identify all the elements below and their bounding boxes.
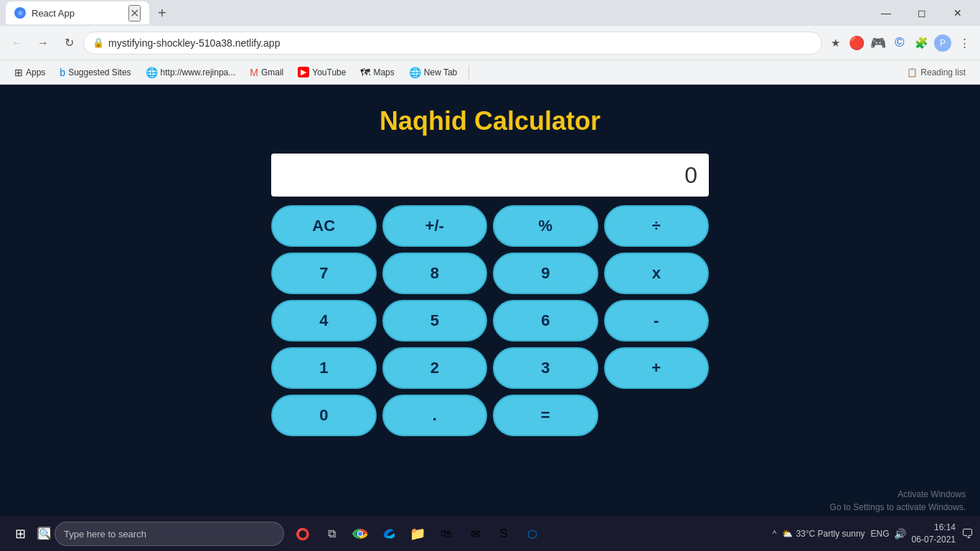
profile-button[interactable]: P <box>933 33 953 53</box>
button-percent[interactable]: % <box>493 205 598 247</box>
tab-close-button[interactable]: ✕ <box>128 5 141 22</box>
bookmark-rejinpa-label: http://www.rejinpa... <box>161 67 236 77</box>
refresh-button[interactable]: ↻ <box>57 32 80 55</box>
button-2[interactable]: 2 <box>382 347 488 389</box>
extension-icon-2[interactable]: 🎮 <box>868 33 888 53</box>
back-button[interactable]: ← <box>6 32 29 55</box>
taskbar-sublime[interactable]: S <box>491 521 517 547</box>
settings-button[interactable]: ⋮ <box>954 33 974 53</box>
bookmark-newtab-label: New Tab <box>424 67 457 77</box>
bookmark-suggested[interactable]: b Suggested Sites <box>54 64 136 81</box>
bookmark-apps[interactable]: ⊞ Apps <box>9 64 51 81</box>
bookmarks-bar: ⊞ Apps b Suggested Sites 🌐 http://www.re… <box>0 60 980 85</box>
clock-date: 06-07-2021 <box>912 534 956 546</box>
bookmark-suggested-label: Suggested Sites <box>68 67 131 77</box>
clock-widget: 16:14 06-07-2021 <box>912 522 956 546</box>
taskbar-edge[interactable] <box>376 521 402 547</box>
taskbar-vscode[interactable]: ⬡ <box>519 521 545 547</box>
weather-icon: ⛅ <box>782 529 793 539</box>
minimize-button[interactable]: — <box>870 1 903 24</box>
window-controls: — ◻ ✕ <box>870 1 974 24</box>
profile-avatar: P <box>934 34 951 52</box>
apps-grid-icon: ⊞ <box>14 67 23 78</box>
bookmark-apps-label: Apps <box>26 67 45 77</box>
button-9[interactable]: 9 <box>493 253 598 294</box>
button-7[interactable]: 7 <box>271 253 377 294</box>
reading-list-icon: 📋 <box>907 67 918 77</box>
taskbar-store[interactable]: 🛍 <box>433 521 459 547</box>
close-button[interactable]: ✕ <box>941 1 974 24</box>
system-icons-group: ENG 🔊 <box>871 528 906 540</box>
start-button[interactable]: ⊞ <box>6 519 34 548</box>
bookmark-youtube[interactable]: ▶ YouTube <box>292 64 352 80</box>
button-8[interactable]: 8 <box>382 253 488 294</box>
bookmark-maps[interactable]: 🗺 Maps <box>354 64 400 81</box>
notification-button[interactable]: 🗨 <box>961 527 974 542</box>
bookmark-maps-label: Maps <box>373 67 394 77</box>
system-tray-icons: ^ <box>773 529 777 539</box>
button-4[interactable]: 4 <box>271 300 377 342</box>
calculator-display: 0 <box>271 154 709 197</box>
chevron-icon[interactable]: ^ <box>773 529 777 539</box>
button-plus-minus[interactable]: +/- <box>382 205 488 247</box>
sys-tray-group: ENG 🔊 <box>871 528 906 540</box>
svg-point-2 <box>358 532 362 536</box>
button-add[interactable]: + <box>604 347 710 389</box>
app-content: Naqhid Calculator 0 AC +/- % ÷ 7 8 9 x 4… <box>0 85 980 517</box>
calculator-title: Naqhid Calculator <box>380 106 600 136</box>
taskbar-explorer[interactable]: 📁 <box>405 521 430 547</box>
button-0[interactable]: 0 <box>271 395 377 436</box>
favorites-icon[interactable]: ★ <box>825 33 845 53</box>
new-tab-button[interactable]: + <box>152 5 172 22</box>
button-1[interactable]: 1 <box>271 347 377 389</box>
extension-icon-1[interactable]: 🔴 <box>847 33 867 53</box>
button-3[interactable]: 3 <box>493 347 598 389</box>
taskbar-task-view[interactable]: ⧉ <box>319 521 344 547</box>
button-decimal[interactable]: . <box>382 395 488 436</box>
taskbar-mail[interactable]: ✉ <box>462 521 488 547</box>
tab-favicon: ⚛ <box>14 7 26 19</box>
weather-widget: ⛅ 33°C Partly sunny <box>782 529 864 539</box>
button-equals[interactable]: = <box>493 395 598 436</box>
suggested-icon: b <box>60 67 65 78</box>
taskbar-search-placeholder: Type here to search <box>64 529 146 540</box>
address-bar[interactable]: 🔒 <box>83 32 822 55</box>
bookmark-youtube-label: YouTube <box>312 67 346 77</box>
taskbar-chrome[interactable] <box>347 521 373 547</box>
button-6[interactable]: 6 <box>493 300 598 342</box>
forward-button[interactable]: → <box>32 32 55 55</box>
taskbar-cortana[interactable]: ⭕ <box>290 521 316 547</box>
taskbar-right-area: ^ ⛅ 33°C Partly sunny ENG 🔊 16:14 06-07-… <box>773 522 974 546</box>
search-taskbar-button[interactable]: 🔍 <box>37 527 52 541</box>
bookmarks-separator <box>468 65 469 80</box>
title-bar: ⚛ React App ✕ + — ◻ ✕ <box>0 0 980 26</box>
lang-label: ENG <box>871 529 890 539</box>
button-divide[interactable]: ÷ <box>604 205 710 247</box>
globe-icon-1: 🌐 <box>146 67 158 78</box>
bookmark-gmail[interactable]: M Gmail <box>244 64 289 81</box>
url-input[interactable] <box>108 37 813 49</box>
tab-title: React App <box>32 8 123 19</box>
extension-icon-3[interactable]: © <box>890 33 910 53</box>
bookmark-gmail-label: Gmail <box>261 67 283 77</box>
calculator-container: 0 AC +/- % ÷ 7 8 9 x 4 5 6 - 1 2 <box>271 154 709 436</box>
taskbar: ⊞ 🔍 Type here to search ⭕ ⧉ 📁 🛍 ✉ S ⬡ ^ <box>0 517 980 551</box>
bookmark-rejinpa[interactable]: 🌐 http://www.rejinpa... <box>140 64 242 81</box>
youtube-icon: ▶ <box>298 67 309 77</box>
calculator-buttons: AC +/- % ÷ 7 8 9 x 4 5 6 - 1 2 3 + 0 <box>271 205 709 436</box>
taskbar-search-bar[interactable]: Type here to search <box>55 522 284 546</box>
reading-list-button[interactable]: 📋 Reading list <box>901 65 971 80</box>
browser-tab[interactable]: ⚛ React App ✕ <box>6 1 149 24</box>
bookmark-newtab[interactable]: 🌐 New Tab <box>403 64 463 81</box>
extensions-button[interactable]: 🧩 <box>911 33 931 53</box>
volume-icon[interactable]: 🔊 <box>894 528 906 540</box>
toolbar-icons: ★ 🔴 🎮 © 🧩 P ⋮ <box>825 33 974 53</box>
button-ac[interactable]: AC <box>271 205 377 247</box>
gmail-icon: M <box>250 67 258 78</box>
button-multiply[interactable]: x <box>604 253 710 294</box>
lock-icon: 🔒 <box>93 37 104 48</box>
browser-window: ⚛ React App ✕ + — ◻ ✕ ← → ↻ 🔒 ★ 🔴 🎮 © 🧩 … <box>0 0 980 551</box>
button-5[interactable]: 5 <box>382 300 488 342</box>
button-subtract[interactable]: - <box>604 300 710 342</box>
restore-button[interactable]: ◻ <box>905 1 938 24</box>
